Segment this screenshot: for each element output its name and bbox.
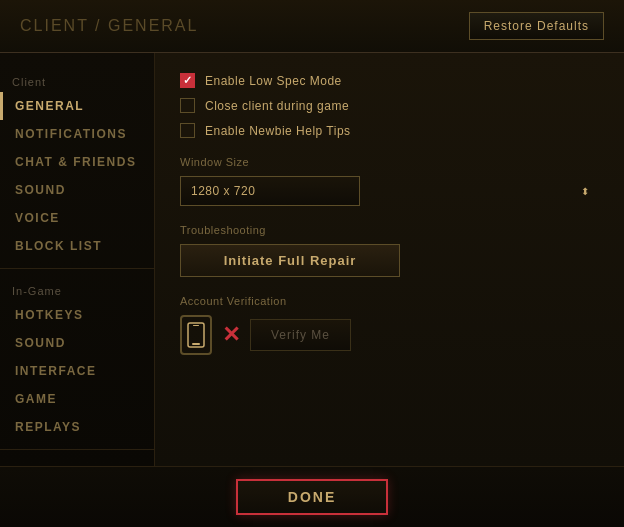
troubleshooting-section: Troubleshooting Initiate Full Repair — [180, 224, 599, 277]
enable-low-spec-label: Enable Low Spec Mode — [205, 74, 342, 88]
enable-low-spec-item[interactable]: Enable Low Spec Mode — [180, 73, 599, 88]
done-button[interactable]: DONE — [236, 479, 388, 515]
page-title: CLIENT / GENERAL — [20, 17, 198, 35]
header: CLIENT / GENERAL Restore Defaults — [0, 0, 624, 53]
in-game-section-label: In-Game — [0, 277, 154, 301]
verify-me-button[interactable]: Verify Me — [250, 319, 351, 351]
verification-row: ✕ Verify Me — [180, 315, 599, 355]
close-client-item[interactable]: Close client during game — [180, 98, 599, 113]
account-verification-label: Account Verification — [180, 295, 599, 307]
troubleshooting-label: Troubleshooting — [180, 224, 599, 236]
sidebar: Client GENERAL NOTIFICATIONS CHAT & FRIE… — [0, 53, 155, 466]
svg-rect-2 — [193, 325, 199, 326]
window-size-wrapper: 1280 x 720 1600 x 900 1920 x 1080 ⬍ — [180, 176, 599, 206]
title-prefix: CLIENT / — [20, 17, 108, 34]
footer: DONE — [0, 466, 624, 527]
checkbox-group: Enable Low Spec Mode Close client during… — [180, 73, 599, 138]
sidebar-divider-2 — [0, 449, 154, 450]
sidebar-item-sound[interactable]: SOUND — [0, 176, 154, 204]
close-client-label: Close client during game — [205, 99, 349, 113]
svg-rect-1 — [192, 343, 200, 345]
enable-low-spec-checkbox[interactable] — [180, 73, 195, 88]
enable-newbie-checkbox[interactable] — [180, 123, 195, 138]
sidebar-item-general[interactable]: GENERAL — [0, 92, 154, 120]
sidebar-item-sound-ig[interactable]: SOUND — [0, 329, 154, 357]
sidebar-item-notifications[interactable]: NOTIFICATIONS — [0, 120, 154, 148]
sidebar-item-game[interactable]: GAME — [0, 385, 154, 413]
sidebar-item-voice[interactable]: VOICE — [0, 204, 154, 232]
window-size-section-label: Window Size — [180, 156, 599, 168]
initiate-full-repair-button[interactable]: Initiate Full Repair — [180, 244, 400, 277]
sidebar-item-hotkeys[interactable]: HOTKEYS — [0, 301, 154, 329]
enable-newbie-item[interactable]: Enable Newbie Help Tips — [180, 123, 599, 138]
main-content: Client GENERAL NOTIFICATIONS CHAT & FRIE… — [0, 53, 624, 466]
sidebar-item-chat-friends[interactable]: CHAT & FRIENDS — [0, 148, 154, 176]
window-size-select[interactable]: 1280 x 720 1600 x 900 1920 x 1080 — [180, 176, 360, 206]
phone-icon — [180, 315, 212, 355]
about-section-label: About — [0, 458, 154, 466]
verification-x-icon: ✕ — [222, 322, 240, 348]
enable-newbie-label: Enable Newbie Help Tips — [205, 124, 351, 138]
sidebar-divider-1 — [0, 268, 154, 269]
content-area: Enable Low Spec Mode Close client during… — [155, 53, 624, 466]
client-section-label: Client — [0, 68, 154, 92]
select-arrow-icon: ⬍ — [581, 186, 589, 197]
sidebar-item-block-list[interactable]: BLOCK LIST — [0, 232, 154, 260]
sidebar-item-replays[interactable]: REPLAYS — [0, 413, 154, 441]
sidebar-item-interface[interactable]: INTERFACE — [0, 357, 154, 385]
close-client-checkbox[interactable] — [180, 98, 195, 113]
account-verification-section: Account Verification ✕ Verify Me — [180, 295, 599, 355]
title-main: GENERAL — [108, 17, 198, 34]
restore-defaults-button[interactable]: Restore Defaults — [469, 12, 604, 40]
